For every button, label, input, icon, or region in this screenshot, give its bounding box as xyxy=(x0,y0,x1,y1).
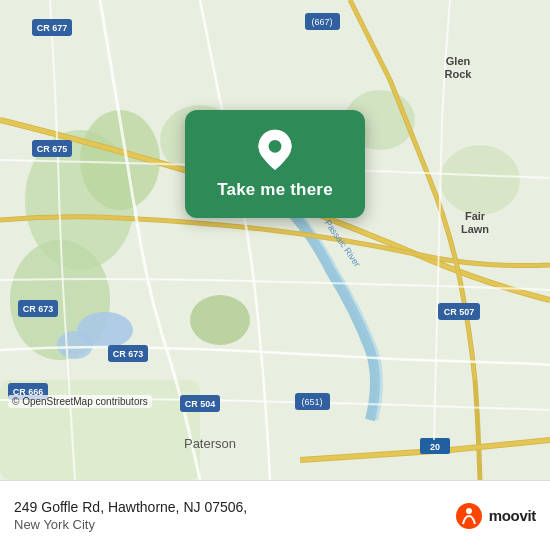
svg-point-7 xyxy=(190,295,250,345)
svg-point-10 xyxy=(57,331,93,359)
svg-text:CR 504: CR 504 xyxy=(185,399,216,409)
svg-point-40 xyxy=(466,508,472,514)
svg-text:Rock: Rock xyxy=(445,68,473,80)
svg-point-38 xyxy=(269,140,282,153)
svg-text:CR 673: CR 673 xyxy=(23,304,54,314)
svg-text:CR 677: CR 677 xyxy=(37,23,68,33)
svg-text:Lawn: Lawn xyxy=(461,223,489,235)
svg-text:20: 20 xyxy=(430,442,440,452)
address-section: 249 Goffle Rd, Hawthorne, NJ 07506, New … xyxy=(14,499,247,532)
moovit-brand-icon xyxy=(455,502,483,530)
map-container: 20 CR 677 CR 675 CR 673 CR 666 CR 673 CR… xyxy=(0,0,550,480)
svg-text:Paterson: Paterson xyxy=(184,436,236,451)
svg-text:CR 507: CR 507 xyxy=(444,307,475,317)
address-line1: 249 Goffle Rd, Hawthorne, NJ 07506, xyxy=(14,499,247,515)
moovit-brand-label: moovit xyxy=(489,507,536,524)
popup-card: Take me there xyxy=(185,110,365,218)
take-me-there-button[interactable]: Take me there xyxy=(217,180,333,200)
svg-text:Glen: Glen xyxy=(446,55,471,67)
bottom-bar: 249 Goffle Rd, Hawthorne, NJ 07506, New … xyxy=(0,480,550,550)
location-pin-icon xyxy=(253,128,297,172)
openstreetmap-credit: © OpenStreetMap contributors xyxy=(8,395,152,408)
address-line2: New York City xyxy=(14,517,247,532)
svg-point-6 xyxy=(440,145,520,215)
svg-text:(651): (651) xyxy=(301,397,322,407)
svg-text:(667): (667) xyxy=(311,17,332,27)
moovit-logo[interactable]: moovit xyxy=(455,502,536,530)
svg-text:CR 675: CR 675 xyxy=(37,144,68,154)
svg-text:CR 673: CR 673 xyxy=(113,349,144,359)
map-background: 20 CR 677 CR 675 CR 673 CR 666 CR 673 CR… xyxy=(0,0,550,480)
svg-text:Fair: Fair xyxy=(465,210,486,222)
